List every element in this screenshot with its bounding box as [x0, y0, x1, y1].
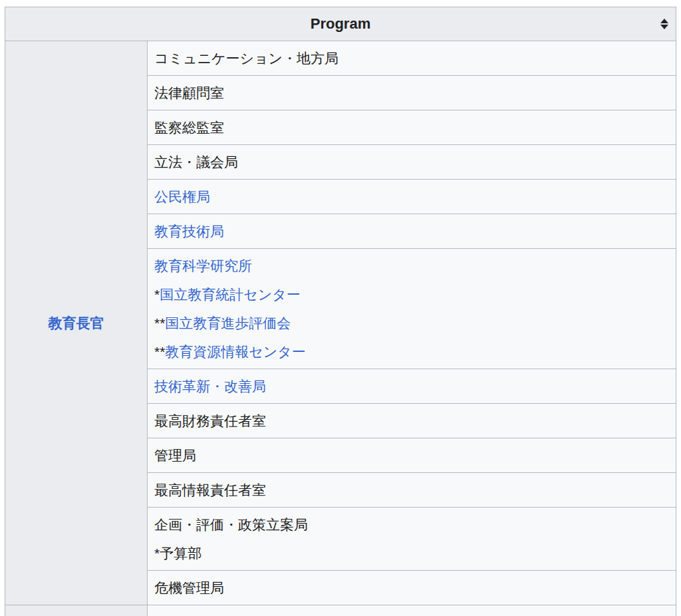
program-text: 予算部 — [160, 545, 202, 561]
program-line: 企画・評価・政策立案局 — [154, 510, 669, 539]
program-cell: 技術革新・改善局 — [148, 369, 676, 404]
program-line: *予算部 — [154, 539, 669, 567]
program-text: 立法・議会局 — [154, 154, 238, 170]
program-cell: 最高財務責任者室 — [148, 404, 676, 438]
asterisk-prefix: * — [154, 545, 160, 561]
program-link[interactable]: 国立教育進歩評価会 — [165, 315, 291, 331]
program-line: 技術革新・改善局 — [154, 372, 669, 400]
row-group-header-cell: 教育長官 — [5, 41, 148, 605]
program-cell: 教育科学研究所*国立教育統計センター**国立教育進歩評価会**教育資源情報センタ… — [148, 249, 676, 369]
program-line: **国立教育進歩評価会 — [154, 309, 669, 337]
program-line: コミュニケーション・地方局 — [154, 44, 669, 73]
program-cell: 企画・評価・政策立案局*予算部 — [148, 508, 676, 571]
row-group-link[interactable]: 教育長官 — [49, 315, 104, 331]
program-column-header-label: Program — [311, 15, 370, 32]
program-cell: 監察総監室 — [148, 110, 676, 145]
program-cell: 最高情報責任者室 — [148, 473, 676, 508]
asterisk-prefix: * — [154, 287, 160, 302]
program-line: 監察総監室 — [154, 113, 669, 142]
program-line: 教育科学研究所 — [154, 251, 669, 280]
program-line: 最高情報責任者室 — [154, 476, 669, 504]
program-cell: 教育技術局 — [148, 214, 676, 249]
program-cell: 管理局 — [148, 438, 676, 473]
program-line: 法律顧問室 — [154, 78, 669, 107]
next-row-group-header-cell — [5, 605, 148, 616]
asterisk-prefix: ** — [154, 344, 165, 359]
table-row: 教育長官コミュニケーション・地方局 — [5, 41, 676, 76]
program-text: 最高情報責任者室 — [154, 482, 266, 498]
program-table-body: 教育長官コミュニケーション・地方局法律顧問室監察総監室立法・議会局公民権局教育技… — [5, 41, 676, 616]
program-cell: 公民権局 — [148, 180, 676, 214]
program-text: 管理局 — [154, 448, 196, 463]
header-row: Program — [5, 7, 676, 41]
program-line: 立法・議会局 — [154, 148, 669, 176]
program-text: 最高財務責任者室 — [154, 413, 266, 428]
sort-up-arrow-icon — [660, 19, 668, 23]
program-link[interactable]: 公民権局 — [154, 189, 210, 204]
program-link[interactable]: 教育資源情報センター — [165, 344, 305, 359]
program-line: 最高財務責任者室 — [154, 406, 669, 435]
program-table: Program 教育長官コミュニケーション・地方局法律顧問室監察総監室立法・議会… — [5, 7, 676, 616]
program-line: 危機管理局 — [154, 573, 669, 602]
program-text: 監察総監室 — [154, 120, 224, 135]
program-link[interactable]: 国立教育統計センター — [160, 287, 300, 302]
next-row-partial — [5, 605, 676, 616]
program-text: コミュニケーション・地方局 — [154, 51, 339, 66]
program-text: 法律顧問室 — [154, 85, 224, 100]
sort-down-arrow-icon — [660, 25, 668, 29]
program-cell: コミュニケーション・地方局 — [148, 41, 676, 76]
program-link[interactable]: 技術革新・改善局 — [154, 379, 266, 394]
program-link[interactable]: 教育科学研究所 — [154, 258, 252, 273]
page: Program 教育長官コミュニケーション・地方局法律顧問室監察総監室立法・議会… — [0, 0, 681, 616]
program-line: **教育資源情報センター — [154, 337, 669, 366]
program-link[interactable]: 教育技術局 — [154, 224, 224, 239]
program-line: 管理局 — [154, 441, 669, 470]
program-line: 公民権局 — [154, 182, 669, 211]
program-line: 教育技術局 — [154, 217, 669, 245]
program-cell: 立法・議会局 — [148, 145, 676, 180]
program-text: 危機管理局 — [154, 580, 224, 595]
program-line: *国立教育統計センター — [154, 280, 669, 309]
program-cell: 法律顧問室 — [148, 76, 676, 110]
program-cell: 危機管理局 — [148, 571, 676, 605]
program-column-header[interactable]: Program — [5, 7, 676, 41]
asterisk-prefix: ** — [154, 315, 165, 331]
next-row-program-cell — [148, 605, 676, 616]
program-text: 企画・評価・政策立案局 — [154, 517, 308, 532]
sort-icon[interactable] — [660, 19, 668, 29]
